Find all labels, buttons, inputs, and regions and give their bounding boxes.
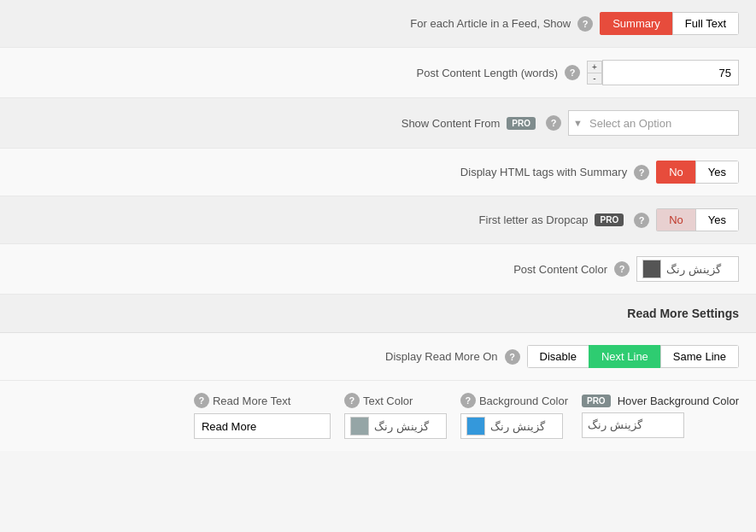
html-tags-help-icon[interactable]: ?	[634, 165, 649, 180]
text-color-help-icon[interactable]: ?	[344, 393, 360, 408]
dropcap-yes-button[interactable]: Yes	[695, 208, 739, 231]
post-content-color-swatch	[642, 260, 661, 278]
feed-show-row: For each Article in a Feed, Show ? Summa…	[0, 0, 756, 48]
dropcap-row: First letter as Dropcap PRO ? No Yes	[0, 196, 756, 244]
bg-color-picker[interactable]: گزینش رنگ	[460, 413, 563, 439]
decrement-button[interactable]: -	[587, 73, 602, 85]
read-more-text-label: Read More Text	[213, 395, 291, 407]
dropcap-toggle[interactable]: No Yes	[656, 208, 739, 231]
read-more-section-header: Read More Settings	[0, 295, 756, 333]
post-content-color-picker[interactable]: گزینش رنگ	[636, 256, 739, 282]
html-tags-row: Display HTML tags with Summary ? No Yes	[0, 149, 756, 196]
bg-color-col-label: ? Background Color	[460, 393, 568, 408]
html-tags-yes-button[interactable]: Yes	[695, 161, 739, 184]
hover-pro-badge: PRO	[582, 395, 611, 407]
post-content-color-row: Post Content Color ? گزینش رنگ	[0, 244, 756, 295]
read-more-text-input[interactable]	[194, 413, 331, 439]
post-content-color-label: Post Content Color	[513, 263, 607, 276]
increment-button[interactable]: +	[587, 61, 602, 73]
bottom-settings-row: ? Read More Text ? Text Color گزینش رنگ …	[0, 381, 756, 451]
read-more-position-toggle[interactable]: Disable Next Line Same Line	[527, 345, 739, 368]
display-read-more-label: Display Read More On	[385, 350, 498, 363]
hover-pro-wrap: PRO Hover Background Color	[582, 395, 739, 407]
next-line-button[interactable]: Next Line	[589, 345, 660, 368]
summary-fulltext-toggle[interactable]: Summary Full Text	[600, 12, 739, 35]
display-read-more-row: Display Read More On ? Disable Next Line…	[0, 333, 756, 381]
content-from-select-wrap: ▼ Select an Option	[568, 110, 739, 136]
summary-button[interactable]: Summary	[600, 12, 672, 35]
read-more-section-title: Read More Settings	[627, 307, 739, 320]
bg-color-label: Background Color	[479, 395, 568, 407]
hover-color-label: Hover Background Color	[618, 395, 739, 407]
text-color-label: Text Color	[363, 395, 413, 407]
dropcap-label: First letter as Dropcap	[479, 213, 589, 226]
text-color-swatch	[350, 417, 369, 436]
hover-color-picker[interactable]: گزینش رنگ	[582, 412, 684, 438]
read-more-text-col-label: ? Read More Text	[194, 393, 291, 408]
number-field-wrap: + -	[587, 60, 739, 85]
feed-show-label: For each Article in a Feed, Show	[410, 17, 571, 30]
hover-color-col: PRO Hover Background Color گزینش رنگ	[582, 395, 739, 438]
text-color-picker[interactable]: گزینش رنگ	[344, 413, 447, 439]
dropcap-no-button[interactable]: No	[656, 208, 695, 231]
hover-color-label-text: گزینش رنگ	[588, 418, 642, 431]
html-tags-no-button[interactable]: No	[656, 161, 695, 184]
bg-color-label-text: گزینش رنگ	[490, 420, 545, 433]
content-from-select[interactable]: Select an Option	[568, 110, 739, 136]
bg-color-swatch	[466, 417, 485, 436]
display-read-more-help-icon[interactable]: ?	[505, 349, 520, 365]
show-content-pro-badge: PRO	[507, 117, 536, 130]
bg-color-help-icon[interactable]: ?	[460, 393, 476, 408]
post-content-length-help-icon[interactable]: ?	[565, 65, 580, 80]
feed-show-help-icon[interactable]: ?	[577, 16, 593, 32]
show-content-from-row: Show Content From PRO ? ▼ Select an Opti…	[0, 98, 756, 149]
bg-color-col: ? Background Color گزینش رنگ	[460, 393, 568, 439]
content-length-input[interactable]	[602, 60, 739, 85]
number-spinner[interactable]: + -	[587, 61, 602, 85]
show-content-help-icon[interactable]: ?	[546, 115, 561, 131]
dropcap-pro-badge: PRO	[595, 213, 624, 226]
text-color-col-label: ? Text Color	[344, 393, 413, 408]
disable-button[interactable]: Disable	[527, 345, 589, 368]
read-more-text-col: ? Read More Text	[194, 393, 331, 439]
fulltext-button[interactable]: Full Text	[672, 12, 739, 35]
post-content-color-help-icon[interactable]: ?	[614, 261, 630, 277]
show-content-from-label: Show Content From	[401, 117, 501, 130]
post-content-length-row: Post Content Length (words) ? + -	[0, 48, 756, 98]
same-line-button[interactable]: Same Line	[660, 345, 739, 368]
post-content-color-label-text: گزینش رنگ	[666, 263, 721, 276]
html-tags-toggle[interactable]: No Yes	[656, 161, 739, 184]
html-tags-label: Display HTML tags with Summary	[460, 166, 627, 178]
read-more-text-help-icon[interactable]: ?	[194, 393, 209, 408]
text-color-label-text: گزینش رنگ	[374, 420, 429, 433]
dropcap-help-icon[interactable]: ?	[634, 213, 649, 228]
text-color-col: ? Text Color گزینش رنگ	[344, 393, 447, 439]
post-content-length-label: Post Content Length (words)	[417, 67, 558, 79]
